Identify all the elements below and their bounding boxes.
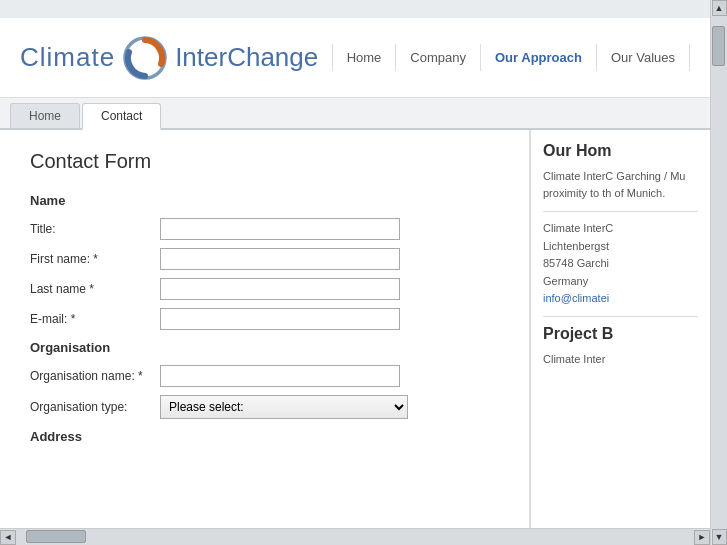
sidebar-our-home-text: Climate InterC Garching / Mu proximity t… [543,168,698,201]
sidebar-project-text: Climate Inter [543,351,698,368]
form-area: Contact Form Name Title: First name: * L… [0,130,530,528]
sidebar-addr-street: Lichtenbergst [543,238,698,256]
logo-interchange-text: InterChange [175,42,318,73]
tabs-bar: Home Contact [0,98,710,130]
sidebar-addr-country: Germany [543,273,698,291]
scroll-down-arrow[interactable]: ▼ [712,529,727,545]
content-layout: Contact Form Name Title: First name: * L… [0,130,710,528]
sidebar-divider-1 [543,211,698,212]
scroll-right-arrow[interactable]: ► [694,530,710,545]
nav-company[interactable]: Company [396,44,481,71]
sidebar-project-title: Project B [543,325,698,343]
field-email-row: E-mail: * [30,308,499,330]
logo-area: Climate InterChange [20,36,318,80]
field-lastname-input[interactable] [160,278,400,300]
field-firstname-input[interactable] [160,248,400,270]
field-orgtype-row: Organisation type: Please select: [30,395,499,419]
logo-svg [123,36,167,80]
main-content: Climate InterChange Home Company [0,18,710,528]
nav-our-approach[interactable]: Our Approach [481,44,597,71]
h-scroll-track[interactable] [16,529,694,545]
tab-contact[interactable]: Contact [82,103,161,130]
field-lastname-label: Last name * [30,282,160,296]
logo-icon [123,36,167,80]
nav-home[interactable]: Home [332,44,397,71]
scroll-up-arrow[interactable]: ▲ [712,0,727,16]
sidebar-divider-2 [543,316,698,317]
logo-climate-text: Climate [20,42,115,73]
field-title-label: Title: [30,222,160,236]
right-sidebar: Our Hom Climate InterC Garching / Mu pro… [530,130,710,528]
field-orgtype-select[interactable]: Please select: [160,395,408,419]
scrollbar-thumb[interactable] [712,26,725,66]
field-orgtype-label: Organisation type: [30,400,160,414]
field-title-input[interactable] [160,218,400,240]
sidebar-email-link[interactable]: info@climatei [543,292,609,304]
sidebar-address: Climate InterC Lichtenbergst 85748 Garch… [543,220,698,308]
field-title-row: Title: [30,218,499,240]
field-orgname-input[interactable] [160,365,400,387]
field-firstname-row: First name: * [30,248,499,270]
form-title: Contact Form [30,150,499,173]
field-email-input[interactable] [160,308,400,330]
field-orgname-label: Organisation name: * [30,369,160,383]
right-scrollbar[interactable]: ▲ ▼ [710,0,727,545]
scroll-left-arrow[interactable]: ◄ [0,530,16,545]
sidebar-our-home-title: Our Hom [543,142,698,160]
scrollbar-track[interactable] [711,16,727,529]
section-name-title: Name [30,193,499,208]
field-email-label: E-mail: * [30,312,160,326]
nav-menu: Home Company Our Approach Our Values [332,44,690,71]
h-scroll-thumb[interactable] [26,530,86,543]
site-header: Climate InterChange Home Company [0,18,710,98]
section-organisation-title: Organisation [30,340,499,355]
field-lastname-row: Last name * [30,278,499,300]
bottom-scrollbar[interactable]: ◄ ► [0,528,710,545]
sidebar-addr-city: 85748 Garchi [543,255,698,273]
field-orgname-row: Organisation name: * [30,365,499,387]
sidebar-addr-name: Climate InterC [543,220,698,238]
section-address-title: Address [30,429,499,444]
nav-our-values[interactable]: Our Values [597,44,690,71]
tab-home[interactable]: Home [10,103,80,128]
page-wrapper: ▲ ▼ ◄ ► Climate [0,0,727,545]
field-firstname-label: First name: * [30,252,160,266]
